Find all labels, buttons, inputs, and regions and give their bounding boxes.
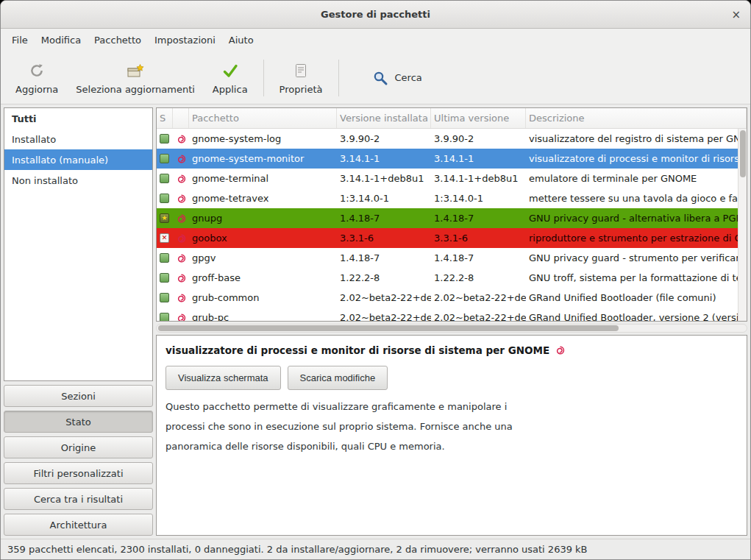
column-header-installed-version[interactable]: Versione installata (337, 108, 431, 128)
properties-button[interactable]: Proprietà (271, 57, 332, 99)
properties-icon (292, 61, 310, 80)
menu-help[interactable]: Aiuto (222, 30, 260, 50)
mark-upgrades-label: Seleziona aggiornamenti (76, 84, 195, 95)
installed-version: 1:3.14.0-1 (337, 193, 431, 204)
sections-button[interactable]: Sezioni (4, 385, 153, 407)
filter-installed-manual[interactable]: Installato (manuale) (4, 149, 152, 170)
table-row[interactable]: gnome-terminal 3.14.1-1+deb8u1 3.14.1-1+… (157, 169, 738, 188)
search-button[interactable]: Cerca (359, 60, 435, 96)
debian-swirl-icon (176, 134, 186, 144)
package-description: riproduttore e strumento per estrazione … (526, 233, 738, 244)
apply-button[interactable]: Applica (204, 57, 257, 99)
installed-version: 1.4.18-7 (337, 213, 431, 224)
table-row[interactable]: gnome-tetravex 1:3.14.0-1 1:3.14.0-1 met… (157, 188, 738, 208)
package-description: visualizzatore del registro di sistema p… (526, 133, 738, 144)
filter-installed[interactable]: Installato (4, 129, 152, 149)
toolbar: Aggiorna Seleziona aggiornamenti Applica (1, 52, 750, 104)
statusbar: 359 pacchetti elencati, 2300 installati,… (1, 539, 750, 559)
statusbar-text: 359 pacchetti elencati, 2300 installati,… (7, 544, 588, 555)
details-description-line: processi che sono in esecuzione sul prop… (165, 417, 738, 436)
debian-swirl-icon (176, 154, 186, 164)
column-header-package[interactable]: Pacchetto (189, 108, 337, 128)
status-installed-icon (160, 134, 169, 143)
package-name: gnome-tetravex (189, 193, 337, 204)
filter-all[interactable]: Tutti (4, 108, 152, 129)
table-body: gnome-system-log 3.9.90-2 3.9.90-2 visua… (157, 129, 738, 321)
properties-label: Proprietà (280, 84, 323, 95)
download-changelog-button[interactable]: Scarica modifiche (288, 366, 388, 390)
view-screenshot-button[interactable]: Visualizza schermata (165, 366, 281, 390)
package-name: gnome-terminal (189, 173, 337, 184)
status-installed-icon (160, 293, 169, 302)
table-row-marked-remove[interactable]: goobox 3.3.1-6 3.3.1-6 riproduttore e st… (157, 228, 738, 248)
details-pane: visualizzatore di processi e monitor di … (156, 335, 747, 536)
menu-settings[interactable]: Impostazioni (148, 30, 222, 50)
refresh-button[interactable]: Aggiorna (7, 57, 67, 99)
table-row[interactable]: gnome-system-log 3.9.90-2 3.9.90-2 visua… (157, 129, 738, 149)
horizontal-scrollbar-thumb[interactable] (158, 325, 619, 331)
latest-version: 2.02~beta2-22+deb8u1 (431, 312, 526, 321)
package-description: GNU troff, sistema per la formattazione … (526, 272, 738, 283)
search-label: Cerca (395, 72, 422, 83)
origin-button[interactable]: Origine (4, 436, 153, 458)
menu-edit[interactable]: Modifica (35, 30, 88, 50)
table-row[interactable]: grub-pc 2.02~beta2-22+deb8u1 2.02~beta2-… (157, 308, 738, 321)
titlebar: Gestore di pacchetti × (1, 1, 750, 29)
vertical-scrollbar-thumb[interactable] (740, 130, 746, 177)
mark-all-upgrades-button[interactable]: Seleziona aggiornamenti (67, 57, 204, 99)
package-name: goobox (189, 233, 337, 244)
status-installed-icon (160, 313, 169, 321)
vertical-scrollbar[interactable] (738, 129, 747, 321)
package-description: GNU privacy guard - strumento per verifi… (526, 252, 738, 263)
refresh-label: Aggiorna (15, 84, 58, 95)
debian-swirl-icon (176, 213, 186, 224)
details-description-line: panoramica delle risorse disponibili, qu… (165, 436, 738, 456)
details-description-line: Questo pacchetto permette di visualizzar… (165, 397, 738, 417)
status-installed-icon (160, 174, 169, 183)
status-button[interactable]: Stato (4, 411, 153, 433)
table-row[interactable]: groff-base 1.22.2-8 1.22.2-8 GNU troff, … (157, 268, 738, 288)
refresh-icon (28, 61, 46, 80)
column-header-status[interactable]: S (157, 108, 173, 128)
package-description: GRand Unified Bootloader, versione 2 (ve… (526, 312, 738, 321)
column-header-supported[interactable] (173, 108, 189, 128)
horizontal-scrollbar[interactable] (156, 324, 747, 333)
status-installed-icon (160, 194, 169, 203)
latest-version: 1.4.18-7 (431, 213, 526, 224)
details-title: visualizzatore di processi e monitor di … (165, 344, 738, 356)
latest-version: 3.9.90-2 (431, 133, 526, 144)
table-row-marked-upgrade[interactable]: gnupg 1.4.18-7 1.4.18-7 GNU privacy guar… (157, 208, 738, 228)
status-installed-icon (160, 253, 169, 263)
toolbar-separator (263, 60, 264, 96)
debian-swirl-icon (176, 293, 186, 303)
synaptic-window: Gestore di pacchetti × File Modifica Pac… (0, 0, 751, 560)
status-upgrade-icon (160, 213, 169, 223)
column-header-description[interactable]: Descrizione (526, 108, 747, 128)
status-installed-icon (160, 154, 169, 163)
column-header-latest-version[interactable]: Ultima versione (431, 108, 526, 128)
latest-version: 1.4.18-7 (431, 252, 526, 263)
custom-filters-button[interactable]: Filtri personalizzati (4, 462, 153, 484)
table-row-selected[interactable]: gnome-system-monitor 3.14.1-1 3.14.1-1 v… (157, 149, 738, 169)
table-row[interactable]: gpgv 1.4.18-7 1.4.18-7 GNU privacy guard… (157, 248, 738, 268)
package-name: groff-base (189, 272, 337, 283)
mark-upgrades-icon (126, 61, 145, 80)
main-content: Tutti Installato Installato (manuale) No… (1, 104, 750, 539)
architecture-button[interactable]: Architettura (4, 514, 153, 536)
table-row[interactable]: grub-common 2.02~beta2-22+deb8u1 2.02~be… (157, 288, 738, 308)
menubar: File Modifica Pacchetto Impostazioni Aiu… (1, 29, 750, 52)
installed-version: 3.14.1-1 (337, 153, 431, 164)
latest-version: 2.02~beta2-22+deb8u1 (431, 292, 526, 303)
menu-package[interactable]: Pacchetto (88, 30, 148, 50)
menu-file[interactable]: File (5, 30, 35, 50)
filter-not-installed[interactable]: Non installato (4, 170, 152, 191)
window-title: Gestore di pacchetti (321, 9, 430, 20)
installed-version: 2.02~beta2-22+deb8u1 (337, 312, 431, 321)
package-name: grub-common (189, 292, 337, 303)
latest-version: 3.3.1-6 (431, 233, 526, 244)
left-panel: Tutti Installato Installato (manuale) No… (4, 107, 153, 536)
debian-swirl-icon (176, 233, 186, 244)
table-header: S Pacchetto Versione installata Ultima v… (157, 108, 747, 129)
close-icon[interactable]: × (731, 8, 741, 21)
search-results-button[interactable]: Cerca tra i risultati (4, 488, 153, 510)
